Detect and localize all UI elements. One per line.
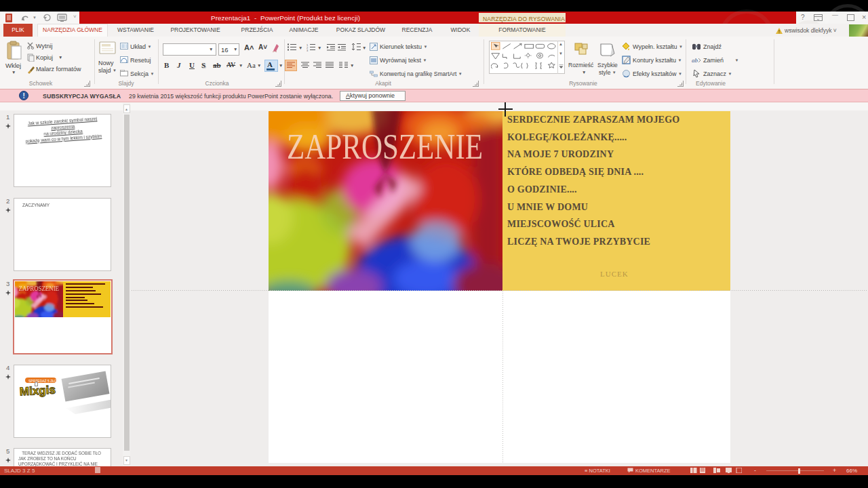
svg-text:ab: ab — [692, 57, 698, 64]
svg-text:3: 3 — [307, 49, 309, 52]
svg-text:ZAPROSZENIE: ZAPROSZENIE — [287, 127, 483, 166]
